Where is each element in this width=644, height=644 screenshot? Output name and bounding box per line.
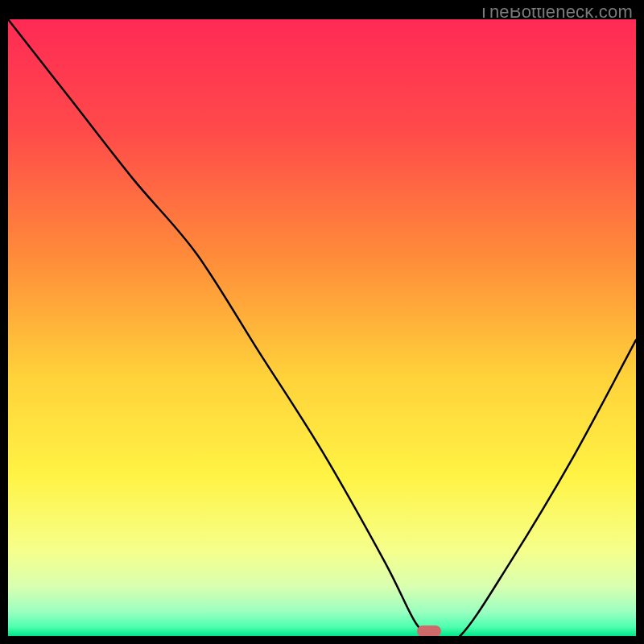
chart-frame: [0, 0, 644, 644]
